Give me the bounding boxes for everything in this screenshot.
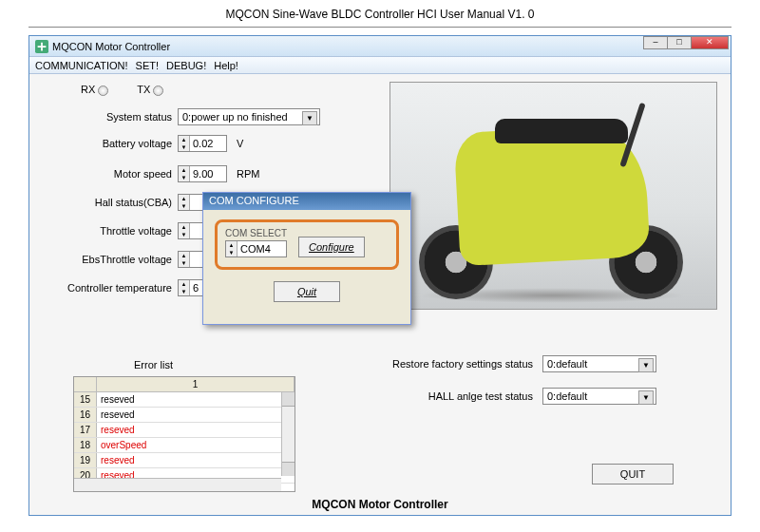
- spinner-up-icon[interactable]: ▲: [179, 223, 189, 231]
- com-configure-dialog: COM CONFIGURE COM SELECT ▲▼ Configure Qu…: [202, 192, 411, 325]
- spinner-down-icon[interactable]: ▼: [179, 231, 189, 238]
- spinner-up-icon[interactable]: ▲: [179, 166, 189, 174]
- row-value: reseved: [97, 423, 294, 437]
- table-row[interactable]: 18overSpeed: [74, 438, 294, 453]
- restore-status-label: Restore factory settings status: [362, 358, 533, 370]
- menubar: COMMUNICATION! SET! DEBUG! Help!: [29, 57, 731, 74]
- scooter-seat-icon: [495, 119, 628, 143]
- spinner-up-icon[interactable]: ▲: [179, 252, 189, 259]
- rx-label: RX: [81, 84, 108, 96]
- titlebar: MQCON Motor Controller – □ ✕: [29, 36, 731, 57]
- table-row[interactable]: 15reseved: [74, 392, 294, 408]
- table-row[interactable]: 17reseved: [74, 423, 294, 438]
- scrollbar-vertical[interactable]: [281, 392, 294, 476]
- com-select-highlight: COM SELECT ▲▼ Configure: [215, 219, 399, 270]
- com-select-input[interactable]: ▲▼: [225, 240, 287, 257]
- dialog-title: COM CONFIGURE: [203, 193, 410, 210]
- motor-speed-input[interactable]: ▲▼: [178, 165, 227, 182]
- row-value: reseved: [97, 408, 294, 422]
- client-area: RX TX System status 0:power up no finish…: [29, 74, 731, 515]
- maximize-button[interactable]: □: [667, 36, 692, 49]
- spinner-down-icon[interactable]: ▼: [179, 259, 189, 267]
- page-header: MQCON Sine-Wave BLDC Controller HCI User…: [0, 0, 760, 25]
- row-value: reseved: [97, 392, 294, 407]
- spinner-down-icon[interactable]: ▼: [226, 249, 237, 256]
- spinner-up-icon[interactable]: ▲: [179, 280, 189, 288]
- spinner-up-icon[interactable]: ▲: [226, 241, 237, 249]
- scooter-body-icon: [453, 124, 650, 266]
- divider: [28, 27, 732, 28]
- row-value: overSpeed: [97, 438, 294, 452]
- tx-indicator-icon: [153, 86, 163, 96]
- battery-voltage-unit: V: [237, 138, 243, 149]
- controller-temp-label: Controller temperature: [39, 282, 172, 294]
- hall-status-label: Hall status(CBA): [39, 197, 172, 208]
- error-list-grid[interactable]: 1 15reseved16reseved17reseved18overSpeed…: [73, 376, 295, 492]
- row-value: reseved: [97, 453, 294, 467]
- product-image: [390, 82, 717, 310]
- ebs-throttle-label: EbsThrottle voltage: [39, 254, 172, 265]
- battery-voltage-label: Battery voltage: [39, 138, 172, 149]
- quit-button[interactable]: QUIT: [592, 464, 674, 484]
- footer-text: MQCON Motor Controller: [29, 498, 731, 511]
- menu-debug[interactable]: DEBUG!: [166, 60, 206, 71]
- minimize-button[interactable]: –: [643, 36, 668, 49]
- spinner-down-icon[interactable]: ▼: [179, 174, 189, 181]
- close-button[interactable]: ✕: [691, 36, 729, 49]
- menu-help[interactable]: Help!: [214, 60, 238, 71]
- tx-label: TX: [137, 84, 163, 96]
- table-row[interactable]: 16reseved: [74, 408, 294, 423]
- app-icon: [35, 40, 48, 53]
- error-list-label: Error list: [134, 359, 173, 370]
- scrollbar-horizontal[interactable]: [74, 478, 281, 491]
- hall-test-status-select[interactable]: 0:default: [542, 388, 656, 405]
- motor-speed-unit: RPM: [237, 168, 259, 180]
- menu-communication[interactable]: COMMUNICATION!: [35, 60, 128, 71]
- row-number: 19: [74, 453, 97, 467]
- table-row[interactable]: 19reseved: [74, 453, 294, 468]
- error-col-header: 1: [97, 377, 294, 391]
- row-number: 17: [74, 423, 97, 437]
- window-title: MQCON Motor Controller: [52, 41, 170, 52]
- row-number: 16: [74, 408, 97, 422]
- spinner-up-icon[interactable]: ▲: [179, 195, 189, 202]
- system-status-select[interactable]: 0:power up no finished: [178, 108, 320, 125]
- row-number: 18: [74, 438, 97, 452]
- motor-speed-label: Motor speed: [39, 168, 172, 180]
- hall-test-status-label: HALL anlge test status: [362, 390, 533, 402]
- com-select-label: COM SELECT: [225, 228, 287, 238]
- spinner-down-icon[interactable]: ▼: [179, 202, 189, 210]
- row-number: 15: [74, 392, 97, 407]
- system-status-label: System status: [39, 111, 172, 123]
- rx-indicator-icon: [98, 86, 108, 96]
- restore-status-select[interactable]: 0:default: [542, 355, 656, 372]
- menu-set[interactable]: SET!: [136, 60, 159, 71]
- spinner-down-icon[interactable]: ▼: [179, 288, 189, 295]
- app-window: MQCON Motor Controller – □ ✕ COMMUNICATI…: [28, 35, 732, 516]
- spinner-down-icon[interactable]: ▼: [179, 143, 189, 151]
- throttle-voltage-label: Throttle voltage: [39, 225, 172, 237]
- configure-button[interactable]: Configure: [298, 237, 365, 257]
- spinner-up-icon[interactable]: ▲: [179, 136, 189, 143]
- dialog-quit-button[interactable]: Quit: [274, 281, 340, 302]
- battery-voltage-input[interactable]: ▲▼: [178, 135, 227, 152]
